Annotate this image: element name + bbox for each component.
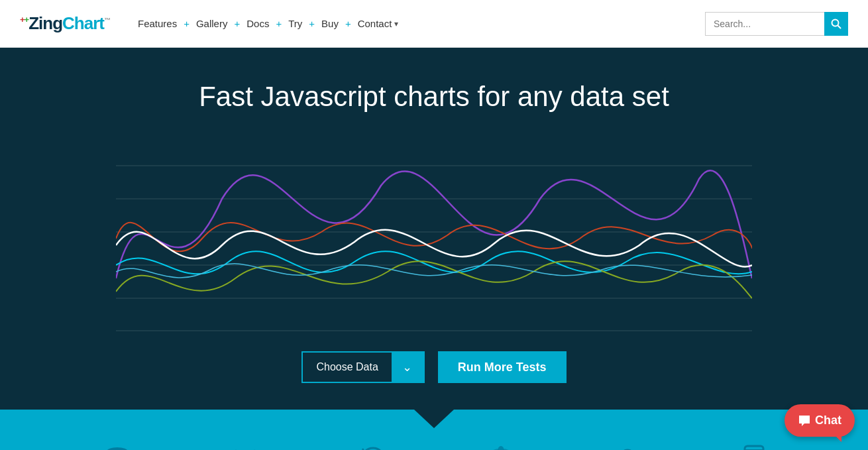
hero-title: Fast Javascript charts for any data set	[0, 81, 868, 113]
search-input[interactable]	[705, 12, 824, 36]
bottom-icons	[0, 445, 868, 450]
chart-container	[116, 133, 752, 331]
svg-line-1	[838, 25, 841, 28]
icon-clock-refresh	[358, 445, 388, 450]
icon-mobile	[742, 445, 766, 450]
nav-docs[interactable]: Docs	[245, 15, 270, 32]
nav-sep-2: +	[234, 18, 240, 29]
icon-flower	[486, 445, 515, 450]
svg-point-17	[498, 446, 504, 450]
nav-try[interactable]: Try	[287, 15, 303, 32]
choose-data-label: Choose Data	[303, 361, 391, 373]
contact-dropdown-icon: ▾	[394, 19, 398, 28]
search-icon	[831, 19, 841, 29]
database-icon	[103, 445, 132, 450]
bottom-triangle	[414, 410, 454, 428]
nav-gallery[interactable]: Gallery	[195, 15, 229, 32]
choose-data-wrapper[interactable]: Choose Data ⌄	[301, 351, 424, 383]
mobile-icon	[742, 445, 766, 450]
navbar: ++ZingChart™ Features + Gallery + Docs +…	[0, 0, 868, 48]
hero-controls: Choose Data ⌄ Run More Tests	[0, 331, 868, 410]
nav-links: Features + Gallery + Docs + Try + Buy + …	[136, 15, 705, 32]
nav-sep-5: +	[345, 18, 351, 29]
touch-icon	[614, 445, 643, 450]
chat-label: Chat	[815, 414, 841, 427]
clock-refresh-icon	[358, 445, 388, 450]
logo-text: ++ZingChart™	[20, 13, 110, 34]
nav-features[interactable]: Features	[136, 15, 178, 32]
search-button[interactable]	[824, 12, 848, 36]
logo[interactable]: ++ZingChart™	[20, 13, 110, 34]
icon-touch	[614, 445, 643, 450]
icon-cog-group	[231, 445, 260, 450]
nav-contact[interactable]: Contact ▾	[356, 15, 400, 32]
svg-point-8	[107, 447, 128, 450]
chat-icon	[798, 414, 811, 427]
icon-database	[103, 445, 132, 450]
cog-group-icon	[231, 445, 260, 450]
flower-icon	[486, 445, 515, 450]
chat-bubble[interactable]: Chat	[785, 404, 855, 437]
nav-sep-4: +	[309, 18, 315, 29]
nav-sep-3: +	[276, 18, 282, 29]
bottom-bar	[0, 410, 868, 450]
run-tests-button[interactable]: Run More Tests	[438, 351, 567, 383]
hero-chart	[116, 133, 752, 331]
svg-point-0	[832, 19, 839, 26]
choose-data-chevron[interactable]: ⌄	[392, 353, 423, 382]
nav-sep-1: +	[184, 18, 190, 29]
hero-section: Fast Javascript charts for any data set	[0, 48, 868, 410]
nav-buy[interactable]: Buy	[320, 15, 340, 32]
search-area	[705, 12, 848, 36]
